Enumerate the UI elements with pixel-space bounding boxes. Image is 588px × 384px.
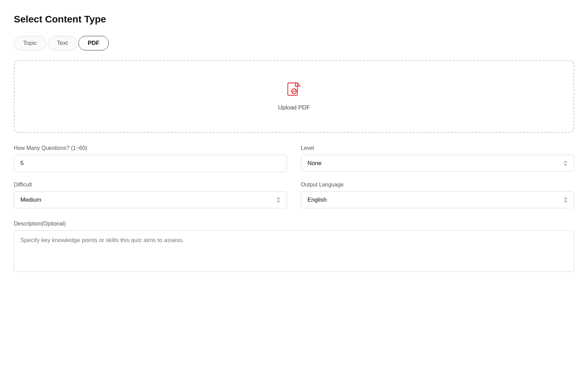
description-label: Description(Optional) [14,221,574,227]
output-language-label: Output Language [301,182,574,188]
level-label: Level [301,145,574,151]
page-title: Select Content Type [14,14,574,25]
questions-group: How Many Questions? (1~60) [14,145,287,172]
tab-text[interactable]: Text [48,36,77,50]
tab-topic[interactable]: Topic [14,36,46,50]
output-language-select[interactable]: English Spanish French German Chinese Ja… [301,191,574,208]
questions-input[interactable] [14,155,287,172]
upload-label: Upload PDF [278,104,310,111]
level-select[interactable]: None Beginner Intermediate Advanced [301,155,574,172]
output-language-group: Output Language English Spanish French G… [301,182,574,208]
tab-pdf[interactable]: PDF [78,36,109,50]
description-group: Description(Optional) [14,221,574,272]
questions-label: How Many Questions? (1~60) [14,145,287,151]
form-fields: How Many Questions? (1~60) Level None Be… [14,145,574,272]
difficult-select[interactable]: Easy Medium Hard [14,191,287,208]
pdf-upload-area[interactable]: Upload PDF [14,60,574,133]
pdf-icon [286,81,302,99]
content-type-tabs: Topic Text PDF [14,36,574,50]
level-group: Level None Beginner Intermediate Advance… [301,145,574,172]
difficult-group: Difficult Easy Medium Hard [14,182,287,208]
description-textarea[interactable] [14,230,574,272]
difficult-label: Difficult [14,182,287,188]
